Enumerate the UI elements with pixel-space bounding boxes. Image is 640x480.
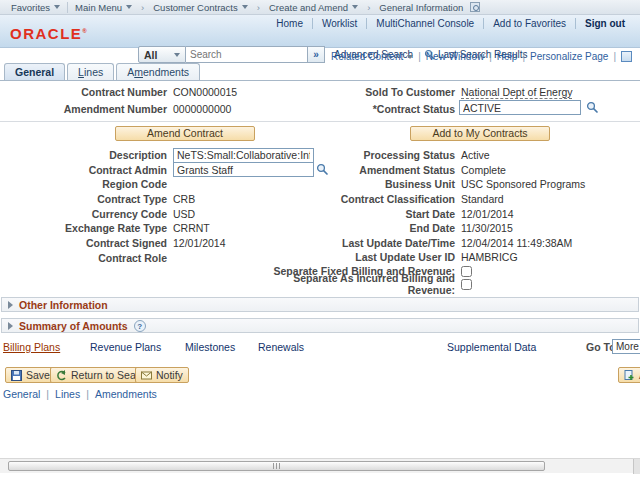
milestones-link[interactable]: Milestones: [185, 341, 235, 353]
footer-general-link[interactable]: General: [3, 388, 46, 400]
new-window-link[interactable]: New Window: [421, 51, 489, 62]
save-icon: [11, 370, 22, 381]
contract-status-input[interactable]: [459, 100, 581, 115]
business-unit-label: Business Unit: [269, 178, 455, 190]
worklist-link[interactable]: Worklist: [313, 18, 367, 29]
search-go-button[interactable]: »: [308, 46, 325, 63]
processing-status-value: Active: [461, 149, 490, 161]
expand-arrow-icon: [8, 322, 13, 330]
chevron-down-icon: [407, 55, 413, 59]
field-row-start-date: Start Date 12/01/2014: [269, 206, 640, 221]
home-link[interactable]: Home: [267, 18, 313, 29]
add-to-favorites-link[interactable]: Add to Favorites: [484, 18, 576, 29]
horizontal-scrollbar-thumb[interactable]: [8, 461, 545, 471]
breadcrumb-create-and-amend[interactable]: Create and Amend: [262, 2, 365, 13]
amendment-status-label: Amendment Status: [269, 164, 455, 176]
chevron-down-icon: [126, 5, 132, 9]
sold-to-customer-label: Sold To Customer: [269, 86, 455, 98]
breadcrumb-separator: ›: [139, 2, 146, 13]
last-update-datetime-value: 12/04/2014 11:49:38AM: [461, 237, 572, 249]
amendment-number-label: Amendment Number: [0, 103, 167, 115]
search-scope-select[interactable]: All: [138, 46, 186, 63]
separate-as-incurred-checkbox[interactable]: [461, 279, 472, 290]
contract-classification-label: Contract Classification: [269, 193, 455, 205]
save-button[interactable]: Save: [5, 367, 56, 383]
add-plus-icon: [624, 370, 635, 381]
currency-code-label: Currency Code: [0, 208, 167, 220]
scrollbar-grip-icon: [273, 463, 281, 469]
chevron-down-icon: [352, 5, 358, 9]
page-preview-icon[interactable]: [470, 2, 480, 12]
search-input[interactable]: [186, 46, 308, 63]
goto-select[interactable]: More: [612, 339, 640, 354]
copy-url-icon[interactable]: [621, 51, 632, 62]
help-icon[interactable]: ?: [134, 320, 146, 332]
breadcrumb-favorites[interactable]: Favorites: [4, 2, 68, 13]
billing-plans-link[interactable]: Billing Plans: [3, 341, 60, 353]
breadcrumb-main-menu[interactable]: Main Menu: [68, 2, 139, 13]
contract-role-label: Contract Role: [0, 252, 167, 264]
footer-amendments-link[interactable]: Amendments: [89, 388, 163, 400]
end-date-label: End Date: [269, 222, 455, 234]
return-arrow-icon: [56, 370, 67, 381]
revenue-plans-link[interactable]: Revenue Plans: [90, 341, 161, 353]
add-to-my-contracts-button[interactable]: Add to My Contracts: [410, 126, 550, 141]
separate-fixed-checkbox[interactable]: [461, 266, 472, 277]
start-date-label: Start Date: [269, 208, 455, 220]
tab-amendments[interactable]: Amendments: [116, 63, 200, 80]
page-actions: Related Content | New Window | Help | Pe…: [326, 51, 637, 62]
sign-out-link[interactable]: Sign out: [576, 18, 634, 29]
description-label: Description: [0, 149, 167, 161]
currency-code-value: USD: [173, 208, 195, 220]
notify-button[interactable]: Notify: [135, 367, 189, 383]
tab-strip: General Lines Amendments: [4, 63, 200, 80]
contract-type-value: CRB: [173, 193, 195, 205]
region-code-label: Region Code: [0, 178, 167, 190]
add-button[interactable]: Add: [618, 367, 640, 383]
other-information-section[interactable]: Other Information: [1, 297, 639, 312]
amendment-status-value: Complete: [461, 164, 506, 176]
renewals-link[interactable]: Renewals: [258, 341, 304, 353]
contract-admin-label: Contract Admin: [0, 164, 167, 176]
personalize-page-link[interactable]: Personalize Page: [525, 51, 613, 62]
chevron-down-icon: [174, 53, 180, 57]
contract-status-label: *Contract Status: [269, 103, 455, 115]
footer-lines-link[interactable]: Lines: [49, 388, 86, 400]
breadcrumb-customer-contracts[interactable]: Customer Contracts: [146, 2, 254, 13]
peoplesoft-contract-page: Favorites Main Menu › Customer Contracts…: [0, 0, 640, 480]
notify-envelope-icon: [141, 370, 152, 381]
breadcrumb-favorites-label: Favorites: [11, 2, 50, 13]
contract-number-value: CON0000015: [173, 86, 237, 98]
contract-signed-value: 12/01/2014: [173, 237, 226, 249]
breadcrumb-separator: ›: [255, 2, 262, 13]
field-row-separate-as-incurred: Separate As Incurred Billing and Revenue…: [269, 278, 640, 291]
breadcrumb: Favorites Main Menu › Customer Contracts…: [0, 0, 640, 15]
search-scope-value: All: [144, 49, 157, 61]
contract-status-lookup-icon[interactable]: [586, 101, 599, 114]
related-content-label: Related Content: [331, 51, 403, 62]
exchange-rate-type-label: Exchange Rate Type: [0, 222, 167, 234]
oracle-logo: ORACLE®: [10, 25, 87, 42]
tab-general[interactable]: General: [4, 63, 65, 80]
tab-lines[interactable]: Lines: [67, 63, 114, 80]
last-update-user-value: HAMBRICG: [461, 251, 518, 263]
sold-to-customer-value[interactable]: National Dept of Energy: [461, 86, 572, 99]
last-update-datetime-label: Last Update Date/Time: [269, 237, 455, 249]
breadcrumb-current-page: General Information: [372, 2, 487, 13]
multichannel-console-link[interactable]: MultiChannel Console: [367, 18, 484, 29]
field-row-contract-classification: Contract Classification Standard: [269, 192, 640, 207]
amend-contract-button[interactable]: Amend Contract: [115, 126, 255, 141]
chevron-down-icon: [242, 5, 248, 9]
summary-of-amounts-section[interactable]: Summary of Amounts ?: [1, 318, 639, 333]
breadcrumb-separator: ›: [365, 2, 372, 13]
header-links: Home Worklist MultiChannel Console Add t…: [267, 18, 634, 29]
help-link[interactable]: Help: [492, 51, 523, 62]
business-unit-value: USC Sponsored Programs: [461, 178, 585, 190]
supplemental-data-link[interactable]: Supplemental Data: [447, 341, 536, 353]
expand-arrow-icon: [8, 301, 13, 309]
field-row-end-date: End Date 11/30/2015: [269, 221, 640, 236]
related-content-menu[interactable]: Related Content: [326, 51, 418, 62]
horizontal-scrollbar-track[interactable]: [0, 458, 640, 473]
save-label: Save: [26, 369, 50, 381]
breadcrumb-main-menu-label: Main Menu: [75, 2, 122, 13]
